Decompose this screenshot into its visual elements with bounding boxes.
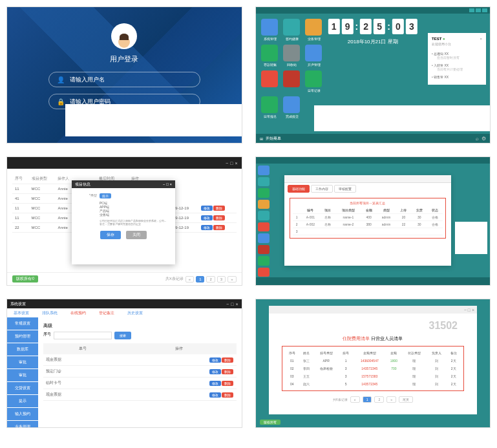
login-title: 用户登录 [110,54,138,64]
page-button[interactable]: 3 [217,276,226,283]
search-icon[interactable]: ⌕ [476,136,479,142]
desktop-icon[interactable] [261,96,278,113]
page-button[interactable]: « [185,276,194,283]
sidebar-icon[interactable] [258,233,270,243]
desktop-icon[interactable] [305,19,322,36]
action-badge[interactable]: 删除 [213,206,225,211]
table-row: 预定门诊修改删除 [43,366,237,378]
sidebar-icon[interactable] [258,177,270,187]
table-row: 现金票据修改删除 [43,389,237,401]
desktop-icon[interactable] [283,96,300,113]
action-badge[interactable]: 删除 [222,381,233,386]
pagination[interactable]: 共X条记录«12»尾页 [275,396,471,403]
taskbar[interactable] [256,277,491,285]
desktop-icon[interactable] [305,70,322,87]
settings-sidebar[interactable]: 常规设置预约管理数据库审批审批交货设置提示输入预约业务管理 [7,317,38,418]
panel-item[interactable]: • 入驻管 XX当前有共计要处理 [432,61,482,73]
gear-icon[interactable]: ⚙ [481,136,486,142]
panel-item[interactable]: • 销售管 XX [432,73,482,81]
tab[interactable]: 历史设置 [121,308,149,317]
desktop-icon[interactable] [283,19,300,36]
maximize-icon[interactable]: □ [230,161,233,165]
report-window: − □ × 31502 住院费用清单 日营业人员清单 序号姓名挂号类型挂号金额类… [269,306,478,414]
start-icon[interactable]: ⊞ [260,136,263,141]
user-avatar-icon [111,23,137,49]
top-tabs[interactable]: 基本设置排队系统在线预约登记备注历史设置 [7,308,242,317]
action-badge[interactable]: 删除 [222,357,233,363]
action-badge[interactable]: 修改 [209,392,221,398]
desktop-icon[interactable] [261,70,278,87]
sidebar-item[interactable]: 预约管理 [7,330,38,343]
close-icon[interactable]: × [480,37,482,41]
tab[interactable]: 工作内容 [311,185,333,193]
tab[interactable]: 审核配置 [334,185,356,193]
desktop-icon[interactable] [349,45,366,61]
sidebar-icon[interactable] [258,245,270,255]
sidebar-item[interactable]: 数据库 [7,343,38,356]
action-badge[interactable]: 修改 [201,215,213,220]
page-button[interactable]: » [227,276,236,283]
search-input[interactable] [54,332,112,339]
search-button[interactable]: 搜索 [114,332,131,339]
desktop-icon[interactable] [327,70,344,87]
action-badge[interactable]: 修改 [201,225,213,230]
desktop-icon[interactable] [283,45,300,61]
sidebar-item[interactable]: 常规设置 [7,317,38,330]
sidebar-item[interactable]: 业务管理 [7,421,38,428]
sidebar-icon[interactable] [258,211,270,220]
page-button[interactable]: 2 [206,276,215,283]
save-button[interactable]: 保存 [100,231,121,239]
tab[interactable]: 基本设置 [7,308,36,317]
sidebar-icon[interactable] [258,268,270,277]
tab[interactable]: 排队系统 [36,308,64,317]
table-row: 2A-002名称name-2380admin2230合格 [293,221,443,228]
sidebar-item[interactable]: 审批 [7,356,38,368]
type-select[interactable]: 提示 [100,193,111,198]
window-tabs[interactable]: 基础功能工作内容审核配置 [284,183,452,195]
desktop-icon[interactable] [349,70,366,87]
page-button[interactable]: 尾页 [399,396,413,403]
page-button[interactable]: 1 [196,276,204,283]
action-badge[interactable]: 删除 [213,215,225,220]
panel-item[interactable]: • 总通知 XX您当前暂时没有 [432,50,482,61]
desktop-icon[interactable] [283,70,300,87]
sidebar-icon[interactable] [258,200,270,209]
action-badge[interactable]: 删除 [222,369,233,374]
action-badge[interactable]: 修改 [201,206,213,211]
sidebar-icon[interactable] [258,165,270,175]
sidebar-item[interactable]: 提示 [7,395,38,407]
close-icon[interactable]: × [235,161,237,165]
table-row: 03王五3157571583现刘2天 [285,372,461,380]
close-icon[interactable]: − □ × [163,182,172,186]
sidebar-item[interactable]: 交货设置 [7,382,38,394]
tab[interactable]: 在线预约 [64,308,92,317]
sidebar-icon[interactable] [258,256,270,266]
action-badge[interactable]: 修改 [209,381,221,386]
desktop-icon[interactable] [261,45,278,61]
desktop-icon[interactable] [327,45,344,61]
data-box: 当前所有项目一览表汇总 编号项目项目类型金额类型上传负责状态1A-001名称na… [290,198,447,239]
action-badge[interactable]: 修改 [209,369,221,374]
sidebar-item[interactable]: 审批 [7,369,38,381]
taskbar[interactable]: ⊞开始菜单 ⌕⚙ [256,134,491,143]
sidebar-item[interactable]: 输入预约 [7,408,38,420]
sidebar-icon[interactable] [258,222,270,232]
desktop-icon[interactable] [261,19,278,36]
sidebar-icon[interactable] [258,188,270,198]
pagination[interactable]: 共X条记录«123» [165,276,237,283]
cancel-button[interactable]: 关闭 [126,231,147,239]
page-button[interactable]: 1 [363,396,372,403]
page-button[interactable]: » [386,396,396,403]
minimize-icon[interactable]: − [226,161,228,165]
overlay-panel [314,105,491,131]
page-button[interactable]: 2 [374,396,384,403]
action-badge[interactable]: 删除 [222,392,233,398]
login-screen: 用户登录 👤 请输入用户名 🔒 请输入用户密码 [6,6,242,144]
tab[interactable]: 登记备注 [92,308,121,317]
page-button[interactable]: « [350,396,360,403]
username-input[interactable]: 👤 请输入用户名 [48,72,200,87]
desktop-icon[interactable] [305,45,322,61]
action-badge[interactable]: 删除 [213,225,225,230]
tab[interactable]: 基础功能 [288,185,310,193]
action-badge[interactable]: 修改 [209,357,221,363]
